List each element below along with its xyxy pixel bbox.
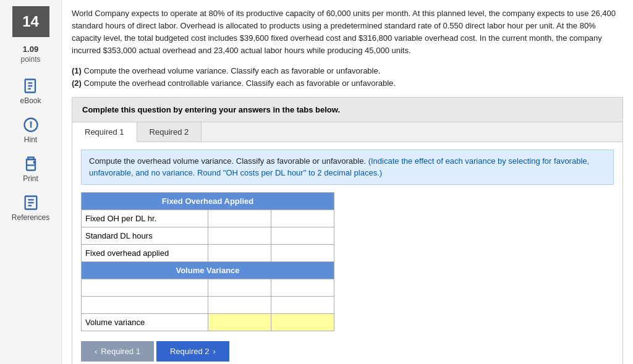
points-label: points: [20, 55, 40, 64]
tab-required2[interactable]: Required 2: [137, 122, 202, 142]
standard-dl-label: Standard DL hours: [82, 227, 208, 244]
vol-row1-value-input[interactable]: [212, 283, 267, 292]
sidebar-item-print[interactable]: Print: [22, 155, 40, 183]
references-label: References: [12, 213, 49, 222]
prev-button-label: Required 1: [101, 347, 140, 356]
section2-header-row: Volume Variance: [82, 261, 334, 279]
fixed-overhead-applied-value-cell[interactable]: [208, 244, 271, 261]
section1-header-row: Fixed Overhead Applied: [82, 192, 334, 210]
vol-row2-extra-cell[interactable]: [271, 296, 334, 313]
volume-variance-value-cell[interactable]: [208, 313, 271, 331]
table-row: Standard DL hours: [82, 227, 334, 244]
points-value: 1.09: [20, 44, 40, 55]
sidebar-item-ebook[interactable]: eBook: [20, 77, 41, 105]
vol-row2-extra-input[interactable]: [275, 300, 330, 310]
volume-variance-label: Volume variance: [82, 313, 208, 331]
table-row: Volume variance: [82, 313, 334, 331]
vol-row2-label[interactable]: [82, 296, 208, 313]
fixed-overhead-applied-label: Fixed overhead applied: [82, 244, 208, 261]
instructions: (1) Compute the overhead volume variance…: [72, 65, 623, 90]
standard-dl-extra-cell: [271, 227, 334, 244]
vol-row1-label-input[interactable]: [85, 283, 204, 292]
svg-point-6: [30, 122, 31, 122]
sidebar-item-references[interactable]: References: [12, 194, 49, 222]
table-row: Fixed overhead applied: [82, 244, 334, 261]
vol-row1-extra-input[interactable]: [275, 283, 330, 292]
sidebar-item-hint[interactable]: Hint: [22, 116, 40, 144]
fixed-overhead-applied-extra-cell: [271, 244, 334, 261]
next-button[interactable]: Required 2 ›: [156, 341, 229, 362]
volume-variance-value-input[interactable]: [212, 318, 267, 327]
table-row: [82, 279, 334, 296]
svg-point-10: [33, 161, 35, 163]
vol-row2-label-input[interactable]: [85, 300, 204, 310]
print-label: Print: [23, 174, 38, 183]
main-content: World Company expects to operate at 80% …: [62, 0, 633, 364]
fixed-overhead-applied-header: Fixed Overhead Applied: [82, 192, 334, 210]
prev-chevron-icon: ‹: [95, 347, 97, 356]
hint-label: Hint: [24, 135, 37, 144]
hint-icon: [22, 116, 40, 133]
tabs-container: Required 1 Required 2 Compute the overhe…: [72, 122, 623, 364]
variance-table: Fixed Overhead Applied Fixed OH per DL h…: [81, 192, 334, 331]
ebook-icon: [22, 77, 40, 95]
volume-variance-header: Volume Variance: [82, 261, 334, 279]
vol-row2-value-input[interactable]: [212, 300, 267, 310]
print-icon: [22, 155, 40, 172]
standard-dl-input[interactable]: [212, 231, 267, 240]
tab-bar: Required 1 Required 2: [72, 122, 622, 142]
vol-row1-extra-cell[interactable]: [271, 279, 334, 296]
references-icon: [22, 194, 40, 211]
problem-number: 14: [12, 6, 49, 37]
problem-text: World Company expects to operate at 80% …: [72, 7, 623, 57]
svg-rect-8: [27, 165, 35, 170]
nav-buttons: ‹ Required 1 Required 2 ›: [81, 341, 614, 362]
standard-dl-value-cell[interactable]: [208, 227, 271, 244]
table-row: [82, 296, 334, 313]
ebook-label: eBook: [20, 96, 41, 105]
fixed-oh-value-cell[interactable]: [208, 210, 271, 227]
volume-variance-type-cell[interactable]: [271, 313, 334, 331]
complete-bar: Complete this question by entering your …: [72, 97, 623, 122]
next-chevron-icon: ›: [213, 347, 216, 356]
fixed-oh-label: Fixed OH per DL hr.: [82, 210, 208, 227]
volume-variance-type-input[interactable]: [275, 318, 330, 327]
next-button-label: Required 2: [170, 347, 210, 356]
tab-required1[interactable]: Required 1: [72, 122, 137, 142]
fixed-overhead-applied-input[interactable]: [212, 248, 267, 258]
vol-row1-label[interactable]: [82, 279, 208, 296]
instruction-bar: Compute the overhead volume variance. Cl…: [81, 150, 614, 185]
fixed-oh-input[interactable]: [212, 214, 267, 223]
table-row: Fixed OH per DL hr.: [82, 210, 334, 227]
sidebar: 14 1.09 points eBook Hint Print: [0, 0, 62, 364]
svg-rect-9: [28, 157, 33, 159]
tab1-content: Compute the overhead volume variance. Cl…: [72, 142, 622, 364]
fixed-oh-extra-cell: [271, 210, 334, 227]
vol-row2-value-cell[interactable]: [208, 296, 271, 313]
prev-button[interactable]: ‹ Required 1: [81, 341, 154, 362]
vol-row1-value-cell[interactable]: [208, 279, 271, 296]
